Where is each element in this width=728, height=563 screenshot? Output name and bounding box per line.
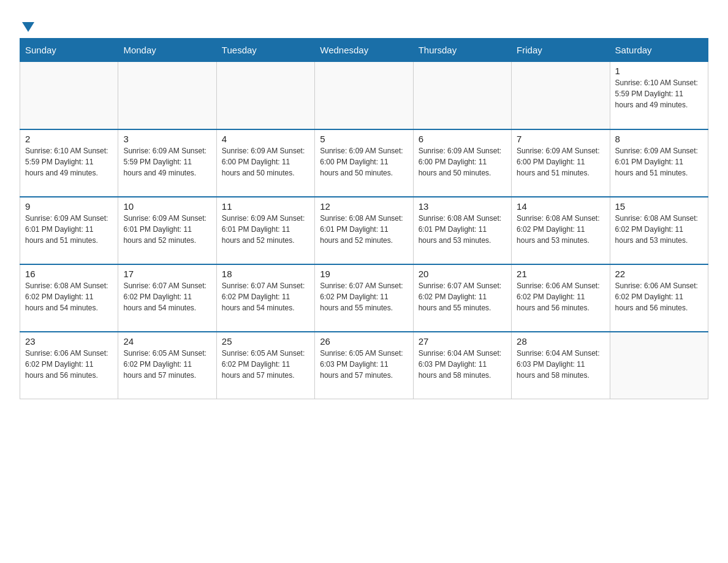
day-number: 22 [615,269,703,279]
calendar-day-cell: 11Sunrise: 6:09 AM Sunset: 6:01 PM Dayli… [216,197,314,264]
logo [20,20,34,32]
day-number: 1 [615,66,703,76]
calendar-day-cell: 15Sunrise: 6:08 AM Sunset: 6:02 PM Dayli… [610,197,708,264]
day-number: 24 [123,336,211,347]
calendar-day-cell: 16Sunrise: 6:08 AM Sunset: 6:02 PM Dayli… [20,264,118,332]
day-info: Sunrise: 6:07 AM Sunset: 6:02 PM Dayligh… [320,280,408,313]
day-info: Sunrise: 6:09 AM Sunset: 6:00 PM Dayligh… [419,145,506,178]
calendar-day-cell: 24Sunrise: 6:05 AM Sunset: 6:02 PM Dayli… [118,332,216,399]
calendar-day-cell: 7Sunrise: 6:09 AM Sunset: 6:00 PM Daylig… [512,129,610,197]
day-info: Sunrise: 6:06 AM Sunset: 6:02 PM Dayligh… [517,280,604,313]
calendar-day-cell: 13Sunrise: 6:08 AM Sunset: 6:01 PM Dayli… [413,197,511,264]
day-info: Sunrise: 6:09 AM Sunset: 5:59 PM Dayligh… [123,145,211,178]
day-number: 6 [419,134,506,144]
day-number: 15 [615,201,703,212]
calendar-day-cell: 25Sunrise: 6:05 AM Sunset: 6:02 PM Dayli… [216,332,314,399]
day-info: Sunrise: 6:08 AM Sunset: 6:02 PM Dayligh… [615,213,703,246]
day-number: 10 [123,201,211,212]
day-number: 13 [419,201,506,212]
day-info: Sunrise: 6:08 AM Sunset: 6:01 PM Dayligh… [419,213,506,246]
day-info: Sunrise: 6:04 AM Sunset: 6:03 PM Dayligh… [517,348,604,381]
calendar-table: SundayMondayTuesdayWednesdayThursdayFrid… [20,38,708,399]
day-info: Sunrise: 6:07 AM Sunset: 6:02 PM Dayligh… [123,280,211,313]
empty-cell [216,62,314,129]
day-number: 25 [222,336,309,347]
day-header-friday: Friday [512,39,610,62]
calendar-day-cell: 22Sunrise: 6:06 AM Sunset: 6:02 PM Dayli… [610,264,708,332]
day-number: 18 [222,269,309,279]
day-info: Sunrise: 6:07 AM Sunset: 6:02 PM Dayligh… [419,280,506,313]
calendar-day-cell: 21Sunrise: 6:06 AM Sunset: 6:02 PM Dayli… [512,264,610,332]
calendar-day-cell: 8Sunrise: 6:09 AM Sunset: 6:01 PM Daylig… [610,129,708,197]
calendar-day-cell: 9Sunrise: 6:09 AM Sunset: 6:01 PM Daylig… [20,197,118,264]
empty-cell [413,62,511,129]
day-info: Sunrise: 6:09 AM Sunset: 6:00 PM Dayligh… [222,145,309,178]
calendar-day-cell: 5Sunrise: 6:09 AM Sunset: 6:00 PM Daylig… [315,129,413,197]
day-info: Sunrise: 6:04 AM Sunset: 6:03 PM Dayligh… [419,348,506,381]
day-number: 26 [320,336,408,347]
day-info: Sunrise: 6:05 AM Sunset: 6:03 PM Dayligh… [320,348,408,381]
calendar-day-cell: 3Sunrise: 6:09 AM Sunset: 5:59 PM Daylig… [118,129,216,197]
day-number: 21 [517,269,604,279]
day-number: 19 [320,269,408,279]
day-info: Sunrise: 6:09 AM Sunset: 6:01 PM Dayligh… [222,213,309,246]
calendar-week-row: 9Sunrise: 6:09 AM Sunset: 6:01 PM Daylig… [20,197,708,264]
calendar-day-cell: 28Sunrise: 6:04 AM Sunset: 6:03 PM Dayli… [512,332,610,399]
day-number: 20 [419,269,506,279]
calendar-week-row: 23Sunrise: 6:06 AM Sunset: 6:02 PM Dayli… [20,332,708,399]
calendar-day-cell: 19Sunrise: 6:07 AM Sunset: 6:02 PM Dayli… [315,264,413,332]
day-info: Sunrise: 6:05 AM Sunset: 6:02 PM Dayligh… [123,348,211,381]
calendar-day-cell: 17Sunrise: 6:07 AM Sunset: 6:02 PM Dayli… [118,264,216,332]
empty-cell [118,62,216,129]
day-info: Sunrise: 6:09 AM Sunset: 6:01 PM Dayligh… [25,213,113,246]
day-number: 28 [517,336,604,347]
day-header-saturday: Saturday [610,39,708,62]
day-header-sunday: Sunday [20,39,118,62]
empty-cell [512,62,610,129]
day-number: 14 [517,201,604,212]
calendar-day-cell: 4Sunrise: 6:09 AM Sunset: 6:00 PM Daylig… [216,129,314,197]
day-number: 3 [123,134,211,144]
calendar-day-cell: 14Sunrise: 6:08 AM Sunset: 6:02 PM Dayli… [512,197,610,264]
day-number: 23 [25,336,113,347]
logo-triangle-icon [22,22,34,32]
day-header-wednesday: Wednesday [315,39,413,62]
day-info: Sunrise: 6:08 AM Sunset: 6:02 PM Dayligh… [517,213,604,246]
calendar-day-cell: 2Sunrise: 6:10 AM Sunset: 5:59 PM Daylig… [20,129,118,197]
day-number: 5 [320,134,408,144]
page-header [20,15,708,32]
calendar-day-cell: 10Sunrise: 6:09 AM Sunset: 6:01 PM Dayli… [118,197,216,264]
day-info: Sunrise: 6:10 AM Sunset: 5:59 PM Dayligh… [25,145,113,178]
day-number: 11 [222,201,309,212]
day-number: 9 [25,201,113,212]
calendar-day-cell: 6Sunrise: 6:09 AM Sunset: 6:00 PM Daylig… [413,129,511,197]
day-header-monday: Monday [118,39,216,62]
day-info: Sunrise: 6:06 AM Sunset: 6:02 PM Dayligh… [25,348,113,381]
day-number: 27 [419,336,506,347]
calendar-day-cell: 27Sunrise: 6:04 AM Sunset: 6:03 PM Dayli… [413,332,511,399]
day-number: 4 [222,134,309,144]
day-number: 8 [615,134,703,144]
day-number: 2 [25,134,113,144]
day-info: Sunrise: 6:08 AM Sunset: 6:01 PM Dayligh… [320,213,408,246]
calendar-header-row: SundayMondayTuesdayWednesdayThursdayFrid… [20,39,708,62]
calendar-week-row: 2Sunrise: 6:10 AM Sunset: 5:59 PM Daylig… [20,129,708,197]
day-info: Sunrise: 6:07 AM Sunset: 6:02 PM Dayligh… [222,280,309,313]
day-info: Sunrise: 6:10 AM Sunset: 5:59 PM Dayligh… [615,77,703,110]
day-number: 17 [123,269,211,279]
day-header-tuesday: Tuesday [216,39,314,62]
day-info: Sunrise: 6:08 AM Sunset: 6:02 PM Dayligh… [25,280,113,313]
empty-cell [610,332,708,399]
empty-cell [315,62,413,129]
calendar-day-cell: 1Sunrise: 6:10 AM Sunset: 5:59 PM Daylig… [610,62,708,129]
day-info: Sunrise: 6:06 AM Sunset: 6:02 PM Dayligh… [615,280,703,313]
day-info: Sunrise: 6:09 AM Sunset: 6:00 PM Dayligh… [320,145,408,178]
day-number: 16 [25,269,113,279]
calendar-week-row: 1Sunrise: 6:10 AM Sunset: 5:59 PM Daylig… [20,62,708,129]
empty-cell [20,62,118,129]
calendar-day-cell: 23Sunrise: 6:06 AM Sunset: 6:02 PM Dayli… [20,332,118,399]
calendar-day-cell: 20Sunrise: 6:07 AM Sunset: 6:02 PM Dayli… [413,264,511,332]
day-info: Sunrise: 6:05 AM Sunset: 6:02 PM Dayligh… [222,348,309,381]
day-info: Sunrise: 6:09 AM Sunset: 6:01 PM Dayligh… [123,213,211,246]
calendar-day-cell: 12Sunrise: 6:08 AM Sunset: 6:01 PM Dayli… [315,197,413,264]
